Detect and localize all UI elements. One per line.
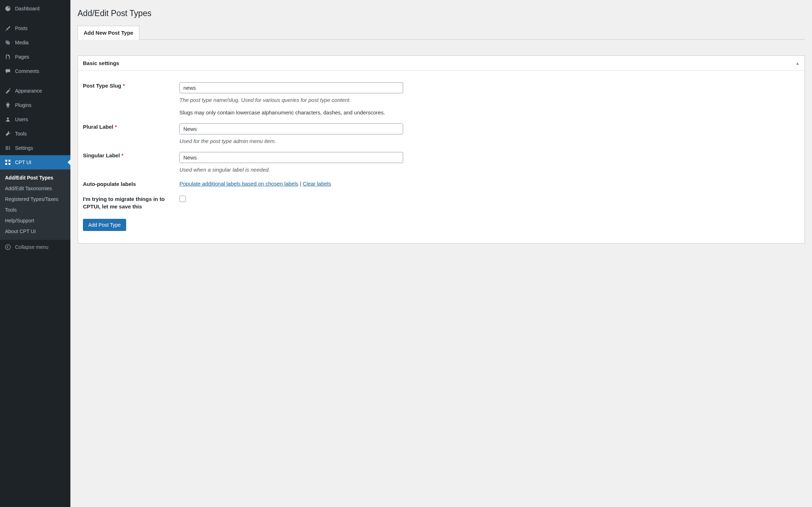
populate-labels-link[interactable]: Populate additional labels based on chos…	[179, 181, 298, 187]
field-plural-label: Plural Label * Used for the post type ad…	[83, 117, 799, 146]
svg-rect-2	[5, 163, 7, 165]
sidebar-item-label: Plugins	[15, 102, 31, 108]
admin-sidebar: Dashboard Posts Media Pages Comments App…	[0, 0, 70, 507]
tab-add-new-post-type[interactable]: Add New Post Type	[78, 26, 139, 40]
field-label: I'm trying to migrate things in to CPTUI…	[83, 196, 179, 210]
required-asterisk: *	[123, 83, 125, 89]
field-content: Populate additional labels based on chos…	[179, 181, 799, 188]
field-auto-populate: Auto-populate labels Populate additional…	[83, 174, 799, 189]
settings-icon	[4, 144, 11, 152]
label-text: Singular Label	[83, 152, 120, 158]
sidebar-item-label: Pages	[15, 54, 29, 60]
slug-note: Slugs may only contain lowercase alphanu…	[179, 109, 799, 115]
collapse-menu-button[interactable]: Collapse menu	[0, 240, 70, 254]
post-type-slug-input[interactable]	[179, 82, 403, 93]
field-label: Plural Label *	[83, 123, 179, 144]
sidebar-item-pages[interactable]: Pages	[0, 50, 70, 64]
panel-title: Basic settings	[83, 60, 119, 66]
sidebar-item-posts[interactable]: Posts	[0, 21, 70, 35]
required-asterisk: *	[122, 152, 124, 158]
svg-rect-1	[9, 160, 10, 162]
field-label: Auto-populate labels	[83, 181, 179, 188]
submenu-about-cpt-ui[interactable]: About CPT UI	[0, 226, 70, 237]
svg-rect-3	[9, 163, 10, 165]
field-content: Used for the post type admin menu item.	[179, 123, 799, 144]
collapse-panel-icon: ▲	[796, 61, 799, 65]
users-icon	[4, 116, 11, 123]
sidebar-item-label: Settings	[15, 145, 33, 151]
field-label: Singular Label *	[83, 152, 179, 173]
sidebar-item-settings[interactable]: Settings	[0, 141, 70, 155]
sidebar-item-label: Dashboard	[15, 6, 40, 11]
svg-rect-0	[5, 160, 7, 162]
plugins-icon	[4, 102, 11, 109]
dashboard-icon	[4, 5, 11, 12]
sidebar-item-label: Posts	[15, 25, 28, 31]
submenu-help-support[interactable]: Help/Support	[0, 215, 70, 226]
clear-labels-link[interactable]: Clear labels	[303, 181, 331, 187]
label-text: Post Type Slug	[83, 83, 121, 89]
singular-label-input[interactable]	[179, 152, 403, 163]
collapse-menu-label: Collapse menu	[15, 244, 48, 250]
sidebar-item-label: Users	[15, 117, 28, 122]
field-singular-label: Singular Label * Used when a singular la…	[83, 146, 799, 174]
field-label: Post Type Slug *	[83, 82, 179, 115]
sidebar-item-label: Appearance	[15, 88, 42, 94]
slug-hint: The post type name/slug. Used for variou…	[179, 97, 799, 103]
plural-label-input[interactable]	[179, 123, 403, 134]
sidebar-item-label: CPT UI	[15, 159, 31, 165]
link-separator: |	[298, 181, 303, 187]
svg-point-4	[5, 245, 10, 250]
field-content: Used when a singular label is needed.	[179, 152, 799, 173]
tools-icon	[4, 130, 11, 137]
sidebar-item-dashboard[interactable]: Dashboard	[0, 1, 70, 16]
tab-bar: Add New Post Type	[78, 25, 805, 40]
appearance-icon	[4, 87, 11, 94]
comments-icon	[4, 68, 11, 75]
submenu-add-edit-post-types[interactable]: Add/Edit Post Types	[0, 172, 70, 183]
field-post-type-slug: Post Type Slug * The post type name/slug…	[83, 76, 799, 117]
basic-settings-panel: Basic settings ▲ Post Type Slug * The po…	[78, 55, 805, 243]
sidebar-item-plugins[interactable]: Plugins	[0, 98, 70, 112]
sidebar-item-users[interactable]: Users	[0, 112, 70, 127]
sidebar-item-media[interactable]: Media	[0, 35, 70, 50]
panel-header[interactable]: Basic settings ▲	[78, 56, 804, 71]
sidebar-item-label: Media	[15, 40, 29, 45]
sidebar-item-label: Comments	[15, 68, 39, 74]
submit-row: Add Post Type	[83, 212, 799, 238]
admin-menu: Dashboard Posts Media Pages Comments App…	[0, 0, 70, 169]
sidebar-item-cptui[interactable]: CPT UI	[0, 155, 70, 169]
singular-hint: Used when a singular label is needed.	[179, 167, 799, 173]
plural-hint: Used for the post type admin menu item.	[179, 138, 799, 144]
submenu-add-edit-taxonomies[interactable]: Add/Edit Taxonomies	[0, 183, 70, 194]
cptui-icon	[4, 159, 11, 166]
panel-body: Post Type Slug * The post type name/slug…	[78, 71, 804, 243]
submenu-registered-types-taxes[interactable]: Registered Types/Taxes	[0, 194, 70, 205]
sidebar-item-tools[interactable]: Tools	[0, 127, 70, 141]
label-text: Plural Label	[83, 124, 113, 130]
required-asterisk: *	[115, 124, 117, 130]
field-migrate: I'm trying to migrate things in to CPTUI…	[83, 189, 799, 212]
sidebar-item-comments[interactable]: Comments	[0, 64, 70, 78]
pin-icon	[4, 25, 11, 32]
migrate-checkbox[interactable]	[179, 196, 186, 202]
page-title: Add/Edit Post Types	[78, 9, 805, 18]
sidebar-item-appearance[interactable]: Appearance	[0, 84, 70, 98]
main-content: Add/Edit Post Types Add New Post Type Ba…	[70, 0, 812, 507]
menu-separator	[0, 80, 70, 82]
submenu-tools[interactable]: Tools	[0, 205, 70, 215]
field-content	[179, 196, 799, 210]
sidebar-item-label: Tools	[15, 131, 27, 137]
media-icon	[4, 39, 11, 46]
add-post-type-button[interactable]: Add Post Type	[83, 219, 126, 231]
collapse-icon	[4, 243, 11, 251]
pages-icon	[4, 53, 11, 60]
menu-separator	[0, 17, 70, 20]
field-content: The post type name/slug. Used for variou…	[179, 82, 799, 115]
cptui-submenu: Add/Edit Post Types Add/Edit Taxonomies …	[0, 169, 70, 240]
